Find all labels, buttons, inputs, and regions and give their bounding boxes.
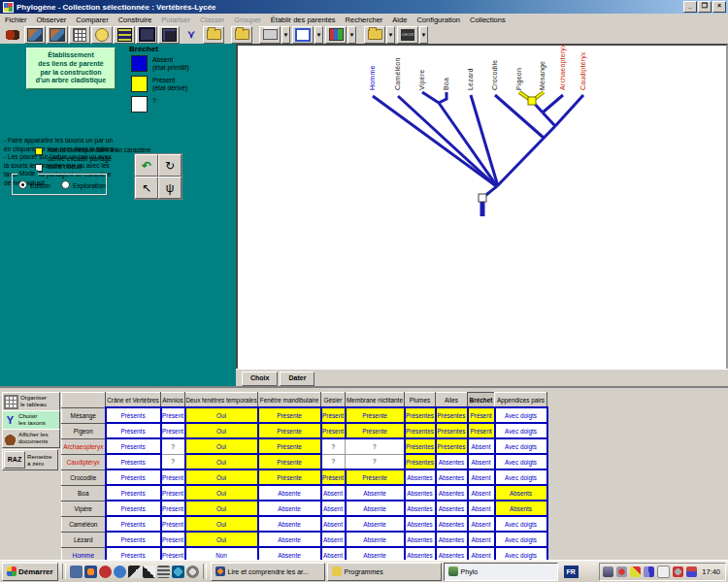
start-button[interactable]: Démarrer — [2, 563, 58, 581]
column-header-g-sier[interactable]: Gésier — [321, 393, 346, 408]
column-header-appendices-pairs[interactable]: Appendices pairs — [495, 393, 547, 408]
books-button[interactable] — [325, 26, 347, 44]
photo-observe-button[interactable] — [24, 26, 46, 44]
row-label-mésange[interactable]: Mésange — [62, 407, 106, 423]
row-label-boa[interactable]: Boa — [62, 485, 106, 501]
choix-button[interactable]: CHOIX — [397, 26, 418, 44]
afficher-documents-button[interactable]: Afficher les documents — [2, 429, 60, 448]
minimize-button[interactable]: _ — [683, 1, 697, 13]
quicklaunch-capture-icon[interactable] — [128, 566, 141, 578]
mode-radio-edition[interactable]: Édition — [18, 180, 50, 189]
taxon-label-pigeon[interactable]: Pigeon — [515, 68, 522, 90]
print-dropdown[interactable]: ▼ — [281, 26, 290, 44]
cladogram-canvas[interactable]: HommeCaméléonVipèreBoaLézardCrocodilePig… — [236, 44, 728, 371]
column-header-plumes[interactable]: Plumes — [405, 393, 436, 408]
column-header-ailes[interactable]: Ailes — [436, 393, 468, 408]
matrix-cell: ? — [346, 454, 405, 469]
menu-configuration[interactable]: Configuration — [412, 15, 465, 25]
menu-aide[interactable]: Aide — [387, 15, 412, 25]
row-label-lézard[interactable]: Lézard — [62, 532, 106, 547]
raz-button[interactable]: RAZ Remettre à zéro — [2, 449, 58, 470]
taxon-label-archaeopteryx[interactable]: Archaeopteryx — [559, 44, 566, 90]
choix-dropdown[interactable]: ▼ — [419, 26, 428, 44]
tab-dater[interactable]: Dater — [280, 372, 314, 386]
row-label-pigeon[interactable]: Pigeon — [62, 423, 106, 438]
column-header-membrane-nictitante[interactable]: Membrane nictitante — [346, 393, 405, 408]
window-icon — [295, 28, 311, 42]
root-node[interactable] — [479, 194, 486, 202]
window-copy-button[interactable] — [292, 26, 314, 44]
screen-button[interactable] — [136, 26, 157, 44]
menu-construire[interactable]: Construire — [114, 15, 157, 25]
matrix-button[interactable] — [114, 26, 135, 44]
row-label-vipère[interactable]: Vipère — [62, 501, 106, 516]
column-header-br-chet[interactable]: Bréchet — [468, 393, 495, 408]
quicklaunch-ie-icon[interactable] — [114, 566, 126, 578]
choisir-taxons-button[interactable]: Y Choisir les taxons — [2, 410, 60, 430]
task-button-lire[interactable]: Lire et comprendre les ar... — [211, 563, 325, 581]
quicklaunch-media-icon[interactable] — [157, 566, 170, 578]
quicklaunch-opera-icon[interactable] — [99, 566, 112, 578]
row-label-caméléon[interactable]: Caméléon — [62, 516, 106, 532]
taxon-label-vipère[interactable]: Vipère — [418, 70, 425, 90]
observe-butterfly-button[interactable] — [2, 26, 23, 44]
taxon-label-boa[interactable]: Boa — [443, 78, 449, 90]
derived-node[interactable] — [528, 97, 536, 105]
column-header-cr-ne-et-vert-bres[interactable]: Crâne et Vertèbres — [106, 393, 161, 408]
restore-button[interactable]: ❐ — [698, 1, 711, 13]
menu-rechercher[interactable]: Rechercher — [341, 15, 388, 25]
taxon-label-mésange[interactable]: Mésange — [539, 61, 546, 90]
books-dropdown[interactable]: ▼ — [347, 26, 356, 44]
folder-edit-button[interactable] — [203, 26, 224, 44]
menu-fichier[interactable]: Fichier — [0, 15, 32, 25]
tray-download-icon[interactable] — [644, 566, 654, 577]
tray-update-icon[interactable] — [686, 566, 697, 577]
redo-button[interactable]: ↻ — [158, 154, 182, 177]
grid-table-button[interactable] — [69, 26, 90, 44]
branch-tool-button[interactable]: ψ — [158, 177, 182, 199]
cabinet-button[interactable] — [158, 26, 180, 44]
close-button[interactable]: × — [712, 1, 726, 13]
taxon-label-lézard[interactable]: Lézard — [467, 68, 474, 90]
select-button[interactable]: ↖ — [135, 177, 158, 199]
tab-choix[interactable]: Choix — [242, 372, 278, 386]
mode-radio-exploration[interactable]: Exploration — [61, 180, 106, 189]
tray-display-icon[interactable] — [603, 566, 613, 577]
taxon-label-crocodile[interactable]: Crocodile — [491, 60, 498, 90]
quicklaunch-paint-icon[interactable] — [143, 566, 155, 578]
row-label-archaeopteryx[interactable]: Archaeopteryx — [62, 438, 106, 454]
taxon-label-homme[interactable]: Homme — [369, 65, 376, 90]
menu-collections[interactable]: Collections — [465, 15, 511, 25]
tray-alert-icon[interactable] — [616, 566, 627, 577]
language-indicator[interactable]: FR — [564, 566, 579, 578]
organiser-tableau-button[interactable]: Organiser le tableau — [2, 392, 60, 411]
window-copy-dropdown[interactable]: ▼ — [314, 26, 323, 44]
tray-window-icon[interactable] — [657, 566, 670, 578]
tray-key-icon[interactable] — [630, 566, 641, 577]
row-label-crocodile[interactable]: Crocodile — [62, 469, 106, 485]
tree-button[interactable]: ⋎ — [181, 26, 202, 44]
tray-volume-icon[interactable] — [673, 566, 683, 577]
quicklaunch-q-icon[interactable] — [172, 566, 184, 578]
print-button[interactable] — [259, 26, 281, 44]
task-button-phylo[interactable]: Phylo — [444, 563, 558, 581]
build-button[interactable] — [91, 26, 113, 44]
quicklaunch-desktop-icon[interactable] — [70, 566, 83, 578]
column-header-fen-tre-mandibulaire[interactable]: Fenêtre mandibulaire — [258, 393, 321, 408]
column-header-deux-fen-tres-temporales[interactable]: Deux fenêtres temporales — [185, 393, 258, 408]
task-button-programmes[interactable]: Programmes — [327, 563, 442, 581]
quicklaunch-player-icon[interactable] — [186, 566, 199, 578]
undo-button[interactable]: ↶ — [135, 154, 158, 177]
column-header-amnios[interactable]: Amnios — [161, 393, 185, 408]
row-label-caudiptéryx[interactable]: Caudiptéryx — [62, 454, 106, 469]
quicklaunch-firefox-icon[interactable] — [84, 566, 97, 578]
menu--tablir-des-parent-s[interactable]: Établir des parentés — [266, 15, 341, 25]
folder-open-button[interactable] — [231, 26, 252, 44]
menu-comparer[interactable]: Comparer — [71, 15, 113, 25]
folder-yellow-button[interactable] — [364, 26, 385, 44]
photo-compare-button[interactable] — [47, 26, 68, 44]
folder-dropdown[interactable]: ▼ — [386, 26, 395, 44]
menu-observer[interactable]: Observer — [32, 15, 72, 25]
taxon-label-caméléon[interactable]: Caméléon — [394, 57, 401, 90]
taxon-label-caudiptéryx[interactable]: Caudiptéryx — [579, 51, 586, 90]
